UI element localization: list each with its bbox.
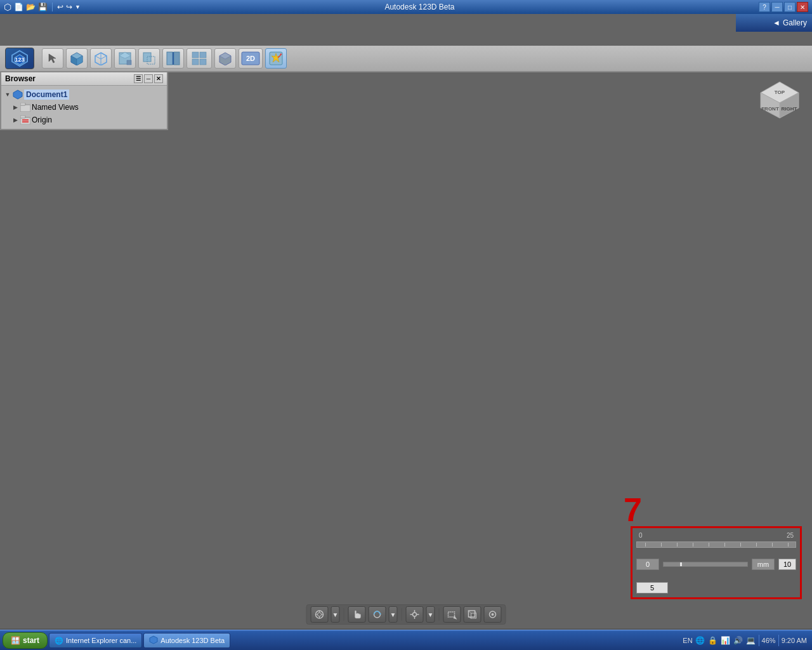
taskbar-item-ie[interactable]: 🌐 Internet Explorer can...	[49, 633, 142, 648]
start-button[interactable]: 🪟 start	[3, 632, 48, 649]
bottom-tool-end[interactable]	[484, 606, 502, 623]
ruler-track	[636, 541, 796, 548]
qa-dropdown-icon[interactable]: ▼	[75, 4, 81, 10]
tray-performance-icon[interactable]: 📊	[721, 635, 731, 646]
tree-item-origin[interactable]: ▶ Origin	[1, 114, 167, 126]
bottom-tool-orbit-dropdown[interactable]: ▼	[389, 606, 398, 623]
taskbar-item-autodesk[interactable]: Autodesk 123D Beta	[143, 633, 230, 648]
autodesk-label: Autodesk 123D Beta	[160, 637, 225, 644]
bottom-tool-crosshair-dropdown[interactable]: ▼	[426, 606, 435, 623]
qa-redo-icon[interactable]: ↪	[66, 3, 72, 11]
start-icon: 🪟	[11, 636, 20, 645]
svg-rect-18	[167, 52, 173, 65]
svg-rect-21	[192, 52, 199, 58]
toolbar-sketch-button[interactable]	[265, 48, 287, 69]
tree-label-named-views: Named Views	[32, 103, 79, 112]
svg-marker-32	[13, 90, 22, 99]
main-area: 123	[0, 46, 812, 644]
browser-header: Browser ☰ ─ ✕	[1, 72, 167, 86]
help-icon[interactable]: ?	[759, 2, 770, 12]
toolbar-back-view-button[interactable]	[138, 48, 160, 69]
browser-pin-button[interactable]: ─	[144, 74, 153, 83]
tree-icon-named-views	[20, 102, 30, 112]
bottom-sep-3	[439, 608, 440, 621]
toolbar-front-view-button[interactable]	[114, 48, 136, 69]
scale-unit-button[interactable]: mm	[752, 559, 775, 570]
tree-item-named-views[interactable]: ▶ Named Views	[1, 101, 167, 114]
svg-text:2D: 2D	[246, 55, 255, 62]
close-button[interactable]: ✕	[797, 2, 808, 12]
bottom-toolbar: ▼ ▼	[306, 604, 506, 625]
svg-rect-36	[20, 116, 25, 118]
bottom-tool-rect-select[interactable]	[443, 606, 461, 623]
svg-marker-3	[49, 54, 56, 63]
tree-label-origin: Origin	[32, 116, 52, 124]
title-bar-left: ⬡ 📄 📂 💾 ↩ ↪ ▼	[4, 2, 81, 12]
toolbar-grid-view-button[interactable]	[187, 48, 212, 69]
tray-time: 9:20 AM	[782, 637, 807, 644]
bottom-tool-crosshair[interactable]	[406, 606, 424, 623]
minimize-button[interactable]: ─	[771, 2, 783, 12]
app-icon: ⬡	[4, 2, 11, 12]
qa-undo-icon[interactable]: ↩	[57, 3, 63, 11]
bottom-tool-box[interactable]	[464, 606, 481, 623]
tray-battery: 46%	[762, 637, 776, 644]
tree-icon-origin	[20, 115, 30, 125]
taskbar-tray: EN 🌐 🔒 📊 🔊 💻 46% 9:20 AM	[683, 635, 809, 646]
tray-network2-icon[interactable]: 💻	[746, 635, 756, 646]
browser-list-button[interactable]: ☰	[134, 74, 143, 83]
ruler-area: 0 25	[636, 532, 796, 548]
ruler-mid-label: 25	[787, 532, 794, 539]
svg-text:TOP: TOP	[775, 90, 785, 95]
toolbar-pointer-button[interactable]	[42, 48, 63, 69]
separator	[52, 3, 53, 11]
qa-new-icon[interactable]: 📄	[14, 3, 23, 11]
browser-close-button[interactable]: ✕	[154, 74, 163, 83]
title-bar-controls: ? ─ □ ✕	[759, 2, 808, 12]
gallery-label[interactable]: Gallery	[783, 18, 807, 27]
ribbon-toolbar: 123	[0, 46, 812, 72]
qa-open-icon[interactable]: 📂	[26, 3, 36, 11]
svg-rect-33	[20, 105, 30, 112]
tree-arrow-named-views: ▶	[11, 103, 19, 111]
bottom-tool-orbit[interactable]	[369, 606, 386, 623]
svg-point-53	[413, 613, 417, 616]
tree-arrow-document1: ▼	[4, 91, 11, 98]
bottom-tool-target[interactable]	[311, 606, 329, 623]
tree-icon-document1	[13, 90, 23, 100]
scale-input-value[interactable]: 10	[778, 559, 796, 570]
toolbar-split-view-button[interactable]	[162, 48, 184, 69]
toolbar-solid-cube-button[interactable]	[66, 48, 88, 69]
title-bar-title: Autodesk 123D Beta	[81, 3, 759, 11]
workspace[interactable]: Browser ☰ ─ ✕ ▼ Document1	[0, 72, 812, 644]
svg-rect-61	[471, 613, 476, 618]
start-label: start	[23, 636, 39, 645]
svg-marker-67	[150, 636, 157, 644]
toolbar-2d-view-button[interactable]: 2D	[239, 48, 263, 69]
svg-line-11	[101, 56, 107, 59]
bottom-tool-target-dropdown[interactable]: ▼	[331, 606, 340, 623]
tray-separator-2	[778, 635, 779, 646]
toolbar-rotate-view-button[interactable]	[214, 48, 236, 69]
ie-icon: 🌐	[55, 637, 63, 645]
svg-text:123: 123	[15, 56, 24, 63]
view-cube[interactable]: TOP FRONT RIGHT	[757, 79, 802, 123]
tree-item-document1[interactable]: ▼ Document1	[1, 88, 167, 101]
autodesk-icon	[149, 635, 158, 646]
svg-rect-24	[200, 59, 206, 65]
tray-speaker-icon[interactable]: 🔊	[733, 635, 743, 646]
annotation-number: 7	[624, 493, 642, 526]
qa-save-icon[interactable]: 💾	[38, 3, 48, 11]
browser-header-controls: ☰ ─ ✕	[134, 74, 163, 83]
toolbar-wire-cube-button[interactable]	[90, 48, 112, 69]
svg-text:RIGHT: RIGHT	[782, 106, 797, 112]
tray-security-icon[interactable]: 🔒	[708, 635, 718, 646]
gallery-bar[interactable]: ◄ Gallery	[736, 14, 812, 32]
tray-network-icon[interactable]: 🌐	[695, 635, 705, 646]
scale-current-value[interactable]: 5	[636, 582, 668, 594]
svg-rect-58	[449, 612, 455, 617]
svg-rect-34	[20, 103, 25, 105]
restore-button[interactable]: □	[784, 2, 796, 12]
bottom-sep-1	[344, 608, 344, 621]
bottom-tool-hand[interactable]	[348, 606, 366, 623]
